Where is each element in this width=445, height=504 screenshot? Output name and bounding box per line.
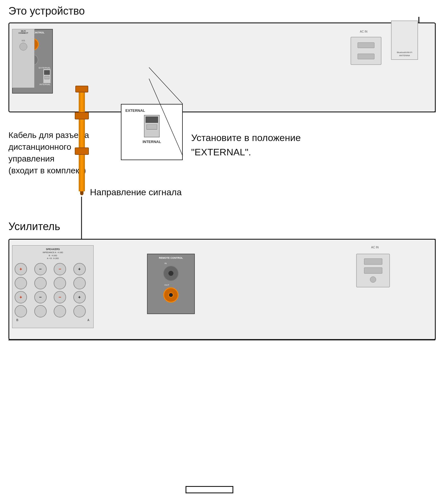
- ac-bottom-slot-2: [364, 267, 382, 274]
- channel-a-label: A: [87, 319, 89, 322]
- ac-in-bottom-connector: [356, 254, 390, 287]
- bottom-connector-rectangle: [186, 486, 233, 493]
- top-device-panel: DIGITAL AUDIO IN OPTICAL WI-FI CONNECT W…: [8, 22, 436, 112]
- bottom-device-panel: SPEAKERS IMPEDANCE A : 4-16Ω B : 4-16Ω A…: [8, 239, 436, 340]
- speaker-knob-8: [73, 305, 86, 317]
- zoom-switch-lines: [146, 124, 157, 130]
- rca-connector-2: [75, 112, 89, 119]
- rc-bottom-out-jack: [163, 287, 179, 303]
- wifi-connect-right-panel: WI-FI CONNECT IOS: [12, 29, 35, 88]
- rc-internal-label-top: INTERNAL: [39, 83, 51, 86]
- terminal-bl-minus: −: [54, 263, 66, 275]
- rca-head-top: [75, 86, 88, 92]
- amplifier-label: Усилитель: [8, 221, 60, 233]
- channel-b-label: B: [16, 319, 18, 322]
- zoom-switch-graphic: [144, 115, 160, 137]
- ac-bottom-circle: [370, 276, 376, 283]
- page-title: Это устройство: [8, 5, 85, 17]
- terminal-br-minus: −: [34, 263, 47, 275]
- external-instruction: Установите в положение "EXTERNAL".: [191, 131, 301, 159]
- rca-connector-3: [75, 147, 89, 155]
- rc-bottom-in-jack: [163, 266, 179, 281]
- ac-in-top-label: AC IN: [360, 30, 367, 33]
- speaker-knob-2: [34, 277, 47, 289]
- bt-antenna-label: Bluetooth/Wi-Fi ANTENNA: [392, 51, 417, 57]
- terminal-br-plus: +: [15, 263, 27, 275]
- speaker-knob-7: [54, 305, 66, 317]
- speaker-knob-3: [54, 277, 66, 289]
- ac-in-bottom-label: AC IN: [371, 246, 379, 249]
- rc-bottom-out-label: OUT: [164, 284, 192, 286]
- terminal-ar-minus: −: [34, 291, 47, 303]
- terminal-al-minus: −: [54, 291, 66, 303]
- bt-antenna-panel: Bluetooth/Wi-Fi ANTENNA: [391, 21, 418, 60]
- wifi-connect-right-label: WI-FI CONNECT: [14, 30, 33, 34]
- ac-slot-1: [358, 42, 374, 48]
- zoom-external-label: EXTERNAL: [125, 108, 178, 113]
- terminal-ar-plus: +: [15, 291, 27, 303]
- zoom-switch-knob: [146, 117, 158, 123]
- terminal-bl-plus: +: [73, 263, 86, 275]
- rca-tip: [80, 191, 83, 195]
- terminal-al-plus: +: [73, 291, 86, 303]
- ac-slot-2: [358, 54, 374, 59]
- rca-cable-1: [79, 92, 85, 112]
- remote-control-bottom-panel: REMOTE CONTROL IN OUT: [147, 254, 195, 314]
- rc-bottom-in-label: IN: [164, 262, 192, 265]
- signal-direction-label: Направление сигнала: [90, 187, 182, 197]
- ios-label: IOS: [14, 40, 33, 42]
- speakers-panel: SPEAKERS IMPEDANCE A : 4-16Ω B : 4-16Ω A…: [12, 245, 94, 328]
- speaker-knob-5: [15, 305, 27, 317]
- rca-cable-3: [79, 155, 85, 191]
- impedance-info: IMPEDANCE A : 4-16Ω B : 4-16Ω A + B : 8-…: [15, 251, 91, 260]
- rc-external-label-top: EXTERNAL: [39, 67, 51, 69]
- rc-bottom-title: REMOTE CONTROL: [150, 256, 192, 259]
- switch-zoom-box: EXTERNAL INTERNAL: [121, 104, 183, 160]
- rc-switch-top[interactable]: [43, 69, 51, 83]
- rca-cable-2: [79, 119, 85, 147]
- zoom-internal-label: INTERNAL: [125, 140, 178, 144]
- speaker-knob-1: [15, 277, 27, 289]
- speakers-title: SPEAKERS: [15, 248, 91, 251]
- speaker-terminals-grid: + − − + + − − +: [15, 263, 91, 317]
- ac-in-top-connector: [351, 37, 381, 65]
- ac-bottom-slot-1: [364, 258, 382, 265]
- speaker-knob-4: [73, 277, 86, 289]
- speaker-knob-6: [34, 305, 47, 317]
